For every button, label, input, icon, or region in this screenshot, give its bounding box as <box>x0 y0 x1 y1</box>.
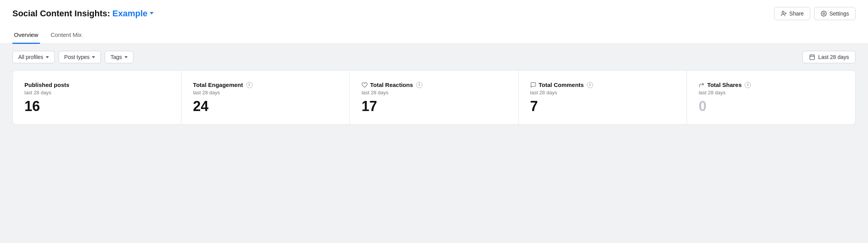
page-wrapper: Social Content Insights: Example Share <box>0 0 868 243</box>
total-reactions-info-icon[interactable]: i <box>416 82 422 88</box>
stat-total-engagement-label: Total Engagement <box>193 82 243 88</box>
stat-total-comments-label-row: Total Comments i <box>530 82 675 88</box>
tags-filter[interactable]: Tags <box>105 51 133 63</box>
svg-point-0 <box>782 11 784 13</box>
stat-published-posts: Published posts last 28 days 16 <box>13 71 182 124</box>
stat-published-posts-value: 16 <box>24 99 169 113</box>
stat-published-posts-label: Published posts <box>24 82 69 88</box>
tab-content-mix[interactable]: Content Mix <box>49 27 83 44</box>
stats-card: Published posts last 28 days 16 Total En… <box>12 70 856 125</box>
stat-published-posts-label-row: Published posts <box>24 82 169 88</box>
stat-total-shares: Total Shares i last 28 days 0 <box>687 71 855 124</box>
stat-total-comments-label: Total Comments <box>539 82 584 88</box>
stat-total-engagement: Total Engagement i last 28 days 24 <box>182 71 350 124</box>
stat-total-comments-sublabel: last 28 days <box>530 90 675 95</box>
filters-bar: All profiles Post types Tags Last 2 <box>0 44 868 70</box>
stat-total-shares-value: 0 <box>699 99 844 113</box>
title-accent-text: Example <box>112 9 148 19</box>
heart-icon <box>361 82 368 88</box>
tags-label: Tags <box>111 54 122 60</box>
filters-left: All profiles Post types Tags <box>12 51 133 63</box>
stat-total-comments-value: 7 <box>530 99 675 113</box>
total-engagement-info-icon[interactable]: i <box>246 82 252 88</box>
share-button[interactable]: Share <box>774 7 810 20</box>
stat-total-shares-label: Total Shares <box>707 82 742 88</box>
share-label: Share <box>789 10 804 17</box>
settings-label: Settings <box>829 10 849 17</box>
total-comments-info-icon[interactable]: i <box>587 82 593 88</box>
stat-total-engagement-sublabel: last 28 days <box>193 90 338 95</box>
stat-total-reactions-label: Total Reactions <box>370 82 413 88</box>
stat-published-posts-sublabel: last 28 days <box>24 90 169 95</box>
stat-total-shares-label-row: Total Shares i <box>699 82 844 88</box>
tags-chevron-icon <box>124 56 128 58</box>
stat-total-comments: Total Comments i last 28 days 7 <box>519 71 687 124</box>
header: Social Content Insights: Example Share <box>0 0 868 44</box>
date-range-label: Last 28 days <box>818 54 849 60</box>
stat-total-shares-sublabel: last 28 days <box>699 90 844 95</box>
filters-right: Last 28 days <box>802 51 856 63</box>
stat-total-reactions-sublabel: last 28 days <box>361 90 507 95</box>
tabs: Overview Content Mix <box>12 26 856 43</box>
header-actions: Share Settings <box>774 7 856 20</box>
title-chevron-down-icon <box>150 12 154 14</box>
header-top: Social Content Insights: Example Share <box>12 7 856 26</box>
stat-total-reactions-label-row: Total Reactions i <box>361 82 507 88</box>
date-range-button[interactable]: Last 28 days <box>802 51 856 63</box>
comment-icon <box>530 82 536 88</box>
stat-total-reactions: Total Reactions i last 28 days 17 <box>350 71 519 124</box>
total-shares-info-icon[interactable]: i <box>745 82 751 88</box>
title-static: Social Content Insights: <box>12 9 110 19</box>
all-profiles-chevron-icon <box>46 56 49 58</box>
title-accent-button[interactable]: Example <box>112 9 154 19</box>
all-profiles-label: All profiles <box>18 54 43 60</box>
stat-total-reactions-value: 17 <box>361 99 507 113</box>
post-types-chevron-icon <box>92 56 95 58</box>
stat-total-engagement-label-row: Total Engagement i <box>193 82 338 88</box>
share-arrow-icon <box>699 82 705 88</box>
page-title: Social Content Insights: Example <box>12 9 154 19</box>
share-icon <box>781 10 787 17</box>
calendar-icon <box>809 54 815 60</box>
stat-total-engagement-value: 24 <box>193 99 338 113</box>
post-types-filter[interactable]: Post types <box>59 51 101 63</box>
svg-rect-4 <box>810 55 814 60</box>
all-profiles-filter[interactable]: All profiles <box>12 51 55 63</box>
tab-overview[interactable]: Overview <box>12 27 40 44</box>
post-types-label: Post types <box>64 54 90 60</box>
gear-icon <box>821 10 827 17</box>
settings-button[interactable]: Settings <box>814 7 856 20</box>
svg-point-3 <box>823 13 825 14</box>
